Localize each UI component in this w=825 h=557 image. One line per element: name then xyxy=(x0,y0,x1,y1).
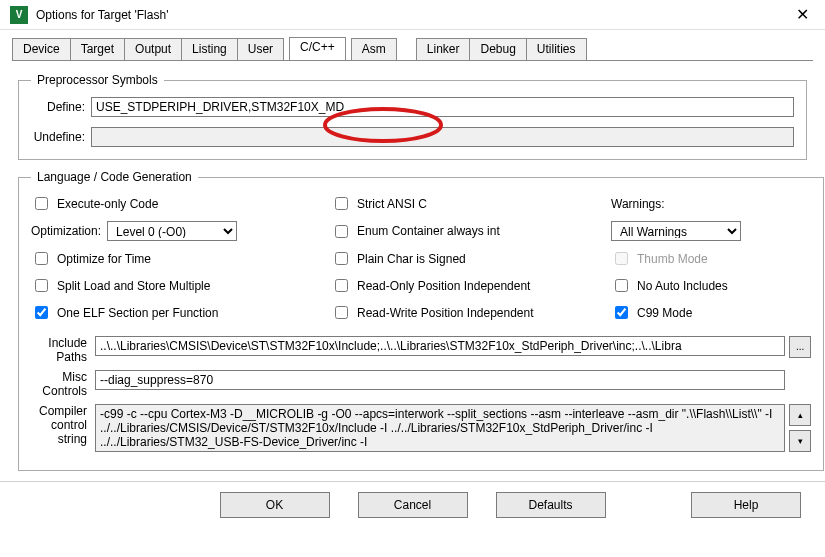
cancel-button[interactable]: Cancel xyxy=(358,492,468,518)
tab-label: Device xyxy=(23,42,60,56)
enum-container-check[interactable]: Enum Container always int xyxy=(331,222,611,241)
tab-label: Listing xyxy=(192,42,227,56)
checkbox-icon[interactable] xyxy=(335,225,348,238)
plain-char-check[interactable]: Plain Char is Signed xyxy=(331,249,611,268)
tab-linker[interactable]: Linker xyxy=(416,38,471,60)
tab-user[interactable]: User xyxy=(237,38,284,60)
warnings-label: Warnings: xyxy=(611,197,811,211)
check-label: Read-Write Position Independent xyxy=(357,306,534,320)
check-label: Enum Container always int xyxy=(357,224,500,238)
compiler-string-label: Compiler control string xyxy=(31,404,95,446)
no-auto-check[interactable]: No Auto Includes xyxy=(611,276,811,295)
check-label: C99 Mode xyxy=(637,306,692,320)
check-label: Optimize for Time xyxy=(57,252,151,266)
preprocessor-legend: Preprocessor Symbols xyxy=(31,73,164,87)
include-paths-input[interactable] xyxy=(95,336,785,356)
defaults-button[interactable]: Defaults xyxy=(496,492,606,518)
checkbox-icon[interactable] xyxy=(35,306,48,319)
tab-asm[interactable]: Asm xyxy=(351,38,397,60)
checkbox-icon[interactable] xyxy=(335,306,348,319)
ok-button[interactable]: OK xyxy=(220,492,330,518)
split-load-check[interactable]: Split Load and Store Multiple xyxy=(31,276,331,295)
checkbox-icon[interactable] xyxy=(35,197,48,210)
tab-listing[interactable]: Listing xyxy=(181,38,238,60)
tab-label: Debug xyxy=(480,42,515,56)
execute-only-check[interactable]: Execute-only Code xyxy=(31,194,331,213)
tab-label: Linker xyxy=(427,42,460,56)
checkbox-icon xyxy=(615,252,628,265)
check-label: Split Load and Store Multiple xyxy=(57,279,210,293)
optimization-label: Optimization: xyxy=(31,224,101,238)
optimization-select[interactable]: Level 0 (-O0) xyxy=(107,221,237,241)
help-button[interactable]: Help xyxy=(691,492,801,518)
warnings-select[interactable]: All Warnings xyxy=(611,221,741,241)
tab-label: Target xyxy=(81,42,114,56)
check-label: Read-Only Position Independent xyxy=(357,279,530,293)
checkbox-icon[interactable] xyxy=(335,197,348,210)
scroll-up-button[interactable]: ▴ xyxy=(789,404,811,426)
tab-label: Utilities xyxy=(537,42,576,56)
tab-c-cpp[interactable]: C/C++ xyxy=(289,37,346,60)
tab-utilities[interactable]: Utilities xyxy=(526,38,587,60)
scroll-down-button[interactable]: ▾ xyxy=(789,430,811,452)
preprocessor-group: Preprocessor Symbols Define: Undefine: xyxy=(18,73,807,160)
one-elf-check[interactable]: One ELF Section per Function xyxy=(31,303,331,322)
checkbox-icon[interactable] xyxy=(615,306,628,319)
checkbox-icon[interactable] xyxy=(335,252,348,265)
misc-controls-input[interactable] xyxy=(95,370,785,390)
c99-check[interactable]: C99 Mode xyxy=(611,303,811,322)
compiler-string-text: -c99 -c --cpu Cortex-M3 -D__MICROLIB -g … xyxy=(95,404,785,452)
close-button[interactable]: ✕ xyxy=(790,5,815,24)
tab-bar: Device Target Output Listing User C/C++ … xyxy=(0,30,825,60)
dialog-buttons: OK Cancel Defaults Help xyxy=(0,481,825,528)
undefine-label: Undefine: xyxy=(31,130,91,144)
title-bar: V Options for Target 'Flash' ✕ xyxy=(0,0,825,30)
tab-device[interactable]: Device xyxy=(12,38,71,60)
check-label: One ELF Section per Function xyxy=(57,306,218,320)
check-label: Plain Char is Signed xyxy=(357,252,466,266)
include-paths-label: Include Paths xyxy=(31,336,95,364)
tab-label: Asm xyxy=(362,42,386,56)
misc-controls-label: Misc Controls xyxy=(31,370,95,398)
ro-position-check[interactable]: Read-Only Position Independent xyxy=(331,276,611,295)
window-title: Options for Target 'Flash' xyxy=(36,8,168,22)
language-legend: Language / Code Generation xyxy=(31,170,198,184)
define-label: Define: xyxy=(31,100,91,114)
checkbox-icon[interactable] xyxy=(35,279,48,292)
checkbox-icon[interactable] xyxy=(35,252,48,265)
tab-target[interactable]: Target xyxy=(70,38,125,60)
checkbox-icon[interactable] xyxy=(335,279,348,292)
language-group: Language / Code Generation Execute-only … xyxy=(18,170,824,471)
checkbox-icon[interactable] xyxy=(615,279,628,292)
tab-label: Output xyxy=(135,42,171,56)
check-label: Thumb Mode xyxy=(637,252,708,266)
tab-label: User xyxy=(248,42,273,56)
strict-ansi-check[interactable]: Strict ANSI C xyxy=(331,194,611,213)
define-input[interactable] xyxy=(91,97,794,117)
check-label: No Auto Includes xyxy=(637,279,728,293)
check-label: Strict ANSI C xyxy=(357,197,427,211)
tab-label: C/C++ xyxy=(300,40,335,54)
thumb-mode-check: Thumb Mode xyxy=(611,249,811,268)
check-label: Execute-only Code xyxy=(57,197,158,211)
tab-output[interactable]: Output xyxy=(124,38,182,60)
rw-position-check[interactable]: Read-Write Position Independent xyxy=(331,303,611,322)
include-paths-browse-button[interactable]: ... xyxy=(789,336,811,358)
undefine-input[interactable] xyxy=(91,127,794,147)
optimize-time-check[interactable]: Optimize for Time xyxy=(31,249,331,268)
app-icon: V xyxy=(10,6,28,24)
tab-debug[interactable]: Debug xyxy=(469,38,526,60)
